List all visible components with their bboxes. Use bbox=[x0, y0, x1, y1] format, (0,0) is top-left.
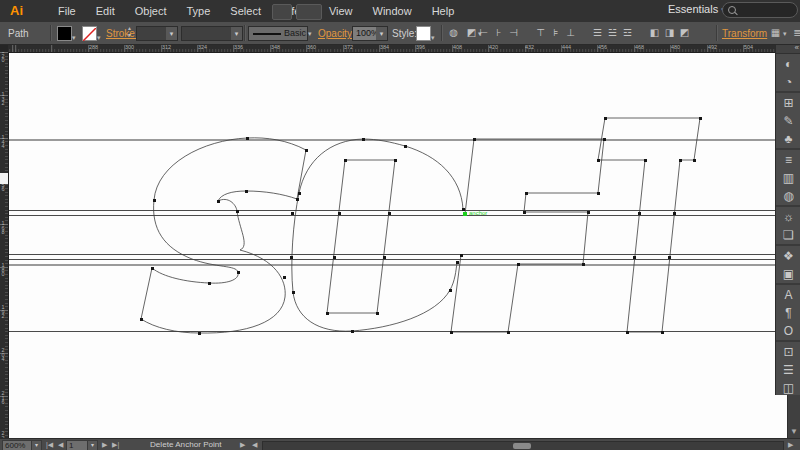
align-icon-11[interactable]: ◩ bbox=[677, 26, 692, 40]
align-icon-10[interactable]: ◨ bbox=[662, 26, 677, 40]
anchor-point[interactable] bbox=[237, 271, 240, 274]
anchor-point[interactable] bbox=[283, 276, 286, 279]
chevron-down-icon[interactable]: ▾ bbox=[72, 34, 76, 42]
align-icon-3[interactable]: ⊤ bbox=[533, 26, 548, 40]
pane-split-right-icon[interactable]: ▶ bbox=[240, 441, 245, 449]
align-icon-8[interactable]: ☲ bbox=[620, 26, 635, 40]
opentype-icon[interactable]: O bbox=[776, 322, 800, 340]
style-swatch[interactable] bbox=[416, 26, 431, 41]
anchor-point[interactable] bbox=[523, 211, 526, 214]
selected-anchor-point[interactable] bbox=[463, 212, 467, 216]
last-artboard-icon[interactable]: ▶| bbox=[112, 441, 119, 449]
anchor-point[interactable] bbox=[153, 199, 156, 202]
character-icon[interactable]: A bbox=[776, 286, 800, 304]
stepper-up-icon[interactable]: ▴ bbox=[128, 24, 131, 31]
anchor-point[interactable] bbox=[604, 117, 607, 120]
anchor-point[interactable] bbox=[290, 256, 293, 259]
align-icon-5[interactable]: ⊥ bbox=[563, 26, 578, 40]
menu-item-help[interactable]: Help bbox=[422, 0, 465, 22]
control-panel-menu-icon[interactable]: ≣ bbox=[790, 26, 800, 40]
anchor-point[interactable] bbox=[597, 192, 600, 195]
anchor-point[interactable] bbox=[587, 211, 590, 214]
anchor-point[interactable] bbox=[668, 256, 671, 259]
anchor-point[interactable] bbox=[208, 282, 211, 285]
anchor-point[interactable] bbox=[388, 212, 391, 215]
anchor-point[interactable] bbox=[633, 256, 636, 259]
menu-item-window[interactable]: Window bbox=[363, 0, 422, 22]
opacity-link[interactable]: Opacity: bbox=[318, 28, 355, 39]
anchor-point[interactable] bbox=[507, 331, 510, 334]
chevron-down-icon[interactable]: ▾ bbox=[783, 30, 787, 38]
anchor-point[interactable] bbox=[151, 267, 154, 270]
artboards-icon[interactable]: ▣ bbox=[776, 265, 800, 283]
align-icon-1[interactable]: ⊦ bbox=[491, 26, 506, 40]
ruler-origin-corner[interactable] bbox=[0, 44, 8, 52]
chevron-down-icon[interactable]: ▾ bbox=[166, 27, 177, 40]
appearance-icon[interactable]: ☼ bbox=[776, 208, 800, 226]
align-icon[interactable]: ☰ bbox=[776, 361, 800, 379]
search-input[interactable] bbox=[722, 2, 798, 18]
stroke-link[interactable]: Stroke: bbox=[106, 28, 138, 39]
anchor-point[interactable] bbox=[351, 330, 354, 333]
anchor-point[interactable] bbox=[246, 137, 249, 140]
brushes-icon[interactable]: ✎ bbox=[776, 112, 800, 130]
anchor-point[interactable] bbox=[296, 198, 299, 201]
swatches-icon[interactable]: ⊞ bbox=[776, 94, 800, 112]
variable-width-dropdown[interactable]: ▾ bbox=[181, 26, 243, 41]
stroke-weight-dropdown[interactable]: ▾ bbox=[136, 26, 178, 41]
anchor-point[interactable] bbox=[404, 145, 407, 148]
paragraph-icon[interactable]: ¶ bbox=[776, 304, 800, 322]
pane-split-left-icon[interactable]: ◀ bbox=[252, 441, 257, 449]
next-artboard-icon[interactable]: ▶ bbox=[102, 441, 107, 449]
anchor-point[interactable] bbox=[383, 256, 386, 259]
menu-item-file[interactable]: File bbox=[48, 0, 86, 22]
bridge-icon[interactable] bbox=[272, 4, 292, 20]
anchor-point[interactable] bbox=[326, 312, 329, 315]
chevron-down-icon[interactable]: ▾ bbox=[308, 30, 312, 38]
anchor-point[interactable] bbox=[245, 190, 248, 193]
transparency-icon[interactable]: ◍ bbox=[776, 187, 800, 205]
transform-icon[interactable]: ⊡ bbox=[776, 343, 800, 361]
align-icon-7[interactable]: ☱ bbox=[605, 26, 620, 40]
stroke-panel-icon[interactable]: ≡ bbox=[776, 151, 800, 169]
anchor-point[interactable] bbox=[517, 263, 520, 266]
align-icon-9[interactable]: ◧ bbox=[647, 26, 662, 40]
menu-item-view[interactable]: View bbox=[319, 0, 363, 22]
anchor-point[interactable] bbox=[462, 208, 465, 211]
align-icon-4[interactable]: ⊧ bbox=[548, 26, 563, 40]
color-guide-icon[interactable]: ◔ bbox=[776, 73, 800, 91]
scroll-right-icon[interactable]: ▶ bbox=[788, 441, 793, 449]
chevron-down-icon[interactable]: ▾ bbox=[431, 34, 435, 42]
anchor-point[interactable] bbox=[217, 200, 220, 203]
graphic-styles-icon[interactable]: ❏ bbox=[776, 226, 800, 244]
zoom-dropdown-icon[interactable]: ▾ bbox=[31, 440, 42, 450]
symbols-icon[interactable]: ♣ bbox=[776, 130, 800, 148]
workspace-switcher[interactable]: Essentials ▾ bbox=[668, 3, 726, 15]
anchor-point[interactable] bbox=[291, 212, 294, 215]
scroll-down-icon[interactable]: ▼ bbox=[790, 427, 798, 436]
anchor-point[interactable] bbox=[338, 212, 341, 215]
stepper-down-icon[interactable]: ▾ bbox=[128, 31, 131, 38]
anchor-point[interactable] bbox=[344, 159, 347, 162]
anchor-point[interactable] bbox=[450, 331, 453, 334]
anchor-point[interactable] bbox=[140, 318, 143, 321]
anchor-point[interactable] bbox=[699, 117, 702, 120]
align-icon-2[interactable]: ⊣ bbox=[506, 26, 521, 40]
zoom-level-field[interactable]: 600% bbox=[2, 440, 34, 450]
anchor-point[interactable] bbox=[679, 159, 682, 162]
anchor-point[interactable] bbox=[298, 192, 301, 195]
anchor-point[interactable] bbox=[305, 149, 308, 152]
align-icon-6[interactable]: ☰ bbox=[590, 26, 605, 40]
anchor-point[interactable] bbox=[638, 212, 641, 215]
anchor-point[interactable] bbox=[473, 138, 476, 141]
chevron-down-icon[interactable]: ▾ bbox=[97, 34, 101, 42]
previous-artboard-icon[interactable]: ◀ bbox=[58, 441, 63, 449]
arrange-documents-icon[interactable] bbox=[296, 4, 322, 20]
anchor-point[interactable] bbox=[198, 332, 201, 335]
menu-item-select[interactable]: Select bbox=[220, 0, 271, 22]
opacity-dropdown[interactable]: 100% ▾ bbox=[352, 26, 388, 41]
anchor-point[interactable] bbox=[525, 192, 528, 195]
anchor-point[interactable] bbox=[582, 263, 585, 266]
horizontal-scrollbar[interactable] bbox=[262, 441, 784, 450]
anchor-point[interactable] bbox=[693, 159, 696, 162]
